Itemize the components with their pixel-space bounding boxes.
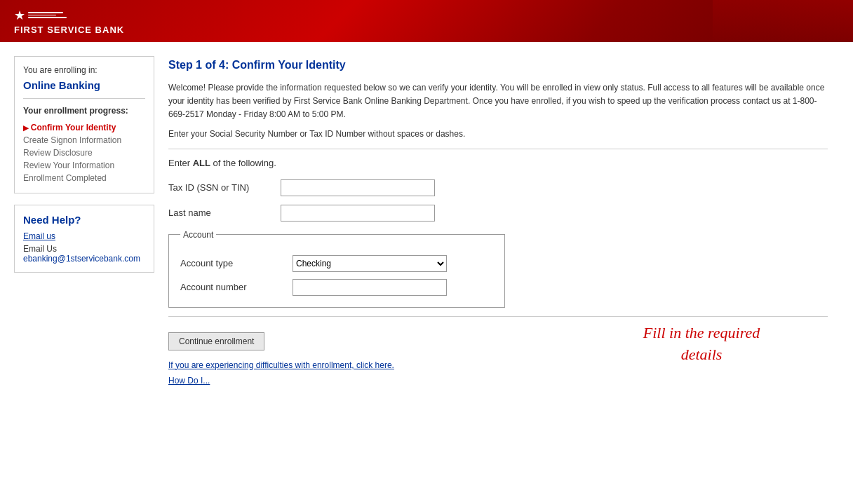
last-name-input[interactable] <box>281 205 435 222</box>
enrollment-box: You are enrolling in: Online Banking You… <box>14 56 154 193</box>
tax-id-input[interactable] <box>281 179 435 196</box>
divider-top <box>168 149 828 149</box>
main-container: You are enrolling in: Online Banking You… <box>0 42 842 405</box>
page-title: Step 1 of 4: Confirm Your Identity <box>168 59 828 71</box>
help-box: Need Help? Email us Email Us ebanking@1s… <box>14 205 154 273</box>
logo: ★ First Service Bank <box>14 8 124 35</box>
account-type-row: Account type Checking Savings Money Mark… <box>180 255 493 272</box>
last-name-label: Last name <box>168 207 281 218</box>
tax-id-row: Tax ID (SSN or TIN) <box>168 179 828 196</box>
last-name-row: Last name <box>168 205 828 222</box>
account-number-label: Account number <box>180 282 293 292</box>
email-us-label: Email Us <box>23 244 145 254</box>
welcome-text: Welcome! Please provide the information … <box>168 81 828 122</box>
email-us-link[interactable]: Email us <box>23 231 145 241</box>
enter-all-label: Enter ALL of the following. <box>168 158 828 168</box>
fill-details-note: Fill in the required details <box>631 322 772 366</box>
step-enrollment-completed: Enrollment Completed <box>23 172 145 184</box>
content-wrapper: Step 1 of 4: Confirm Your Identity Welco… <box>168 56 828 391</box>
account-legend: Account <box>180 230 216 240</box>
how-do-i-link[interactable]: How Do I... <box>168 376 828 386</box>
step-review-information: Review Your Information <box>23 159 145 172</box>
progress-label: Your enrollment progress: <box>23 106 145 116</box>
account-number-row: Account number <box>180 279 493 296</box>
enrollment-steps: Confirm Your Identity Create Signon Info… <box>23 121 145 184</box>
logo-line-1 <box>28 12 63 13</box>
help-title: Need Help? <box>23 214 145 226</box>
logo-lines <box>28 12 67 18</box>
help-email-address: ebanking@1stservicebank.com <box>23 254 145 264</box>
logo-line-2 <box>28 15 56 16</box>
ssn-instruction: Enter your Social Security Number or Tax… <box>168 129 828 139</box>
step-create-signon: Create Signon Information <box>23 134 145 147</box>
logo-graphic: ★ <box>14 8 67 23</box>
service-name: Online Banking <box>23 79 145 99</box>
divider-bottom <box>168 316 828 317</box>
account-number-input[interactable] <box>293 279 447 296</box>
account-type-select[interactable]: Checking Savings Money Market <box>293 255 447 272</box>
account-type-label: Account type <box>180 258 293 268</box>
continue-enrollment-button[interactable]: Continue enrollment <box>168 332 264 350</box>
step-confirm-identity: Confirm Your Identity <box>23 121 145 134</box>
account-fieldset: Account Account type Checking Savings Mo… <box>168 230 505 308</box>
star-icon: ★ <box>14 8 25 23</box>
enrolling-label: You are enrolling in: <box>23 65 145 75</box>
step-review-disclosure: Review Disclosure <box>23 147 145 159</box>
logo-line-3 <box>28 17 67 18</box>
header: ★ First Service Bank <box>0 0 853 42</box>
bank-name: First Service Bank <box>14 25 124 35</box>
sidebar: You are enrolling in: Online Banking You… <box>14 56 154 391</box>
tax-id-label: Tax ID (SSN or TIN) <box>168 182 281 193</box>
